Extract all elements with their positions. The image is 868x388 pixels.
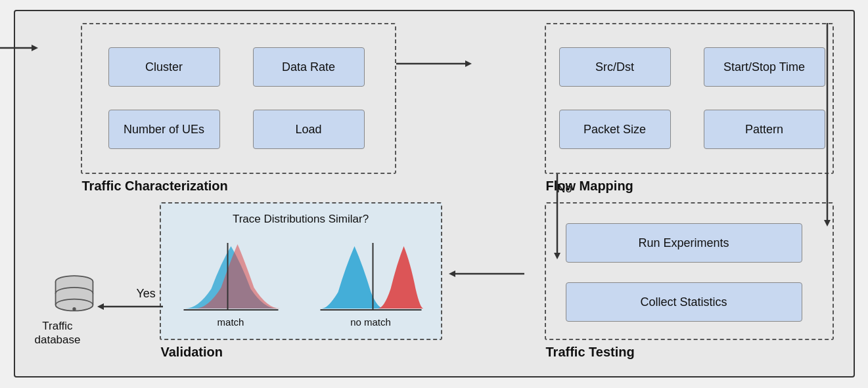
validation-box: Trace Distributions Similar? match <box>160 202 442 340</box>
match-label: match <box>217 316 244 328</box>
packet-size-button[interactable]: Packet Size <box>559 110 671 149</box>
svg-marker-3 <box>465 60 472 67</box>
no-label: No <box>557 182 572 196</box>
traffic-char-title: Traffic Characterization <box>82 179 228 194</box>
no-match-chart: no match <box>308 236 434 332</box>
load-button[interactable]: Load <box>253 110 365 149</box>
svg-point-15 <box>72 307 76 311</box>
data-rate-button[interactable]: Data Rate <box>253 47 365 87</box>
validation-charts: match no match <box>168 236 434 332</box>
input-arrow <box>0 41 41 54</box>
char-to-flow-arrow <box>396 57 475 70</box>
validation-header: Trace Distributions Similar? <box>161 213 441 226</box>
no-match-chart-svg <box>308 236 434 315</box>
svg-marker-17 <box>449 270 455 277</box>
cluster-button[interactable]: Cluster <box>108 47 220 87</box>
svg-marker-1 <box>32 45 38 51</box>
traffic-char-box: Cluster Data Rate Number of UEs Load Tra… <box>81 23 396 174</box>
traffic-testing-title: Traffic Testing <box>546 345 635 360</box>
yes-label: Yes <box>137 287 156 301</box>
src-dst-button[interactable]: Src/Dst <box>559 47 671 87</box>
yes-arrow <box>101 300 166 313</box>
main-diagram: Input traces Cluster Data Rate Number of… <box>14 10 855 377</box>
traffic-testing-box: Run Experiments Collect Statistics Traff… <box>545 202 834 340</box>
no-match-label: no match <box>350 316 391 328</box>
match-chart: match <box>168 236 294 332</box>
testing-to-validation-arrow <box>449 267 528 280</box>
validation-title: Validation <box>161 345 223 360</box>
database-icon <box>48 271 101 324</box>
flow-mapping-box: Src/Dst Start/Stop Time Packet Size Patt… <box>545 23 834 174</box>
num-ues-button[interactable]: Number of UEs <box>108 110 220 149</box>
run-experiments-button[interactable]: Run Experiments <box>566 223 802 263</box>
collect-statistics-button[interactable]: Collect Statistics <box>566 282 802 322</box>
pattern-button[interactable]: Pattern <box>704 110 825 149</box>
input-traces-area: Input traces <box>0 31 41 66</box>
traffic-database-label: Traffic database <box>35 320 81 347</box>
start-stop-button[interactable]: Start/Stop Time <box>704 47 825 87</box>
match-chart-svg <box>168 236 294 315</box>
